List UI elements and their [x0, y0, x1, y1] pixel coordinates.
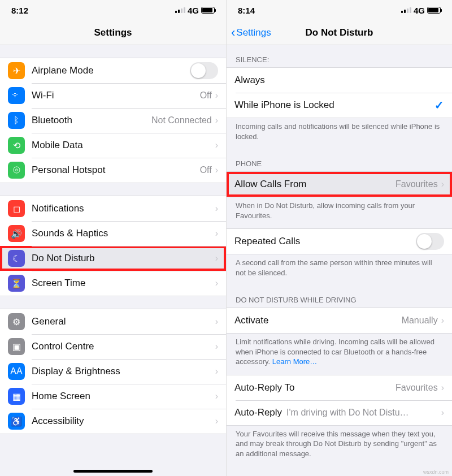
- signal-icon: [175, 7, 185, 13]
- chevron-right-icon: ›: [215, 391, 218, 401]
- row-label: Airplane Mode: [32, 65, 190, 76]
- row-label: Wi-Fi: [32, 90, 200, 101]
- driving-header: DO NOT DISTURB WHILE DRIVING: [227, 285, 452, 308]
- page-title: Settings: [94, 27, 132, 38]
- row-value: Favourites: [395, 383, 438, 393]
- controlcentre-icon: ▣: [8, 338, 25, 355]
- silence-option-while-iphone-is-locked[interactable]: While iPhone is Locked✓: [227, 93, 452, 118]
- chevron-right-icon: ›: [215, 416, 218, 426]
- settings-row-display-brightness[interactable]: AADisplay & Brightness›: [0, 359, 226, 384]
- back-button[interactable]: ‹ Settings: [231, 27, 271, 39]
- settings-row-airplane-mode[interactable]: ✈Airplane Mode: [0, 58, 226, 83]
- silence-header: SILENCE:: [227, 45, 452, 67]
- accessibility-icon: ♿: [8, 413, 25, 430]
- settings-row-mobile-data[interactable]: ⟲Mobile Data›: [0, 133, 226, 158]
- homescreen-icon: ▦: [8, 388, 25, 405]
- chevron-right-icon: ›: [215, 278, 218, 288]
- settings-group-notifications: ◻Notifications›🔊Sounds & Haptics›☾Do Not…: [0, 196, 226, 296]
- chevron-right-icon: ›: [215, 115, 218, 126]
- network-label: 4G: [414, 6, 425, 15]
- do-not-disturb-screen: 8:14 4G ‹ Settings Do Not Disturb SILENC…: [226, 0, 452, 476]
- status-bar: 8:14 4G: [227, 0, 452, 20]
- repeated-calls-footnote: A second call from the same person withi…: [227, 254, 452, 285]
- repeated-calls-row[interactable]: Repeated Calls: [227, 229, 452, 254]
- row-label: Personal Hotspot: [32, 165, 200, 176]
- row-value: Off: [200, 90, 212, 101]
- settings-row-screen-time[interactable]: ⏳Screen Time›: [0, 271, 226, 296]
- dnd-settings-list[interactable]: SILENCE: AlwaysWhile iPhone is Locked✓ I…: [227, 45, 452, 467]
- allow-calls-from-row[interactable]: Allow Calls From Favourites ›: [227, 172, 452, 197]
- settings-root-screen: 8:12 4G Settings ✈Airplane ModeᯤWi-FiOff…: [0, 0, 226, 476]
- home-indicator[interactable]: [73, 470, 153, 473]
- row-label: Repeated Calls: [234, 236, 416, 247]
- settings-row-general[interactable]: ⚙General›: [0, 309, 226, 334]
- auto-reply-footnote: Your Favourites will receive this messag…: [227, 426, 452, 467]
- settings-row-wi-fi[interactable]: ᯤWi-FiOff›: [0, 83, 226, 108]
- battery-icon: [201, 7, 215, 14]
- row-label: Notifications: [32, 203, 215, 214]
- row-label: Do Not Disturb: [32, 253, 215, 264]
- display-icon: AA: [8, 363, 25, 380]
- phone-header: PHONE: [227, 149, 452, 171]
- hotspot-icon: ⦾: [8, 162, 25, 179]
- navbar: Settings: [0, 20, 226, 45]
- settings-row-home-screen[interactable]: ▦Home Screen›: [0, 384, 226, 409]
- chevron-right-icon: ›: [441, 179, 444, 189]
- row-label: Bluetooth: [32, 115, 151, 126]
- watermark: wsxdn.com: [423, 469, 449, 475]
- auto-reply-to-row[interactable]: Auto-Reply To Favourites ›: [227, 375, 452, 400]
- row-label: While iPhone is Locked: [234, 99, 434, 111]
- row-label: Auto-Reply: [234, 407, 282, 418]
- battery-icon: [427, 7, 441, 14]
- activate-row[interactable]: Activate Manually ›: [227, 308, 452, 333]
- settings-row-control-centre[interactable]: ▣Control Centre›: [0, 334, 226, 359]
- chevron-left-icon: ‹: [231, 27, 235, 39]
- settings-row-personal-hotspot[interactable]: ⦾Personal HotspotOff›: [0, 158, 226, 183]
- sounds-icon: 🔊: [8, 225, 25, 242]
- network-label: 4G: [188, 6, 199, 15]
- silence-options: AlwaysWhile iPhone is Locked✓: [227, 67, 452, 118]
- row-label: Control Centre: [32, 341, 215, 352]
- row-label: Auto-Reply To: [234, 382, 395, 393]
- notifications-icon: ◻: [8, 200, 25, 217]
- row-label: Always: [234, 75, 444, 86]
- checkmark-icon: ✓: [434, 98, 444, 112]
- status-time: 8:14: [238, 6, 255, 15]
- repeated-calls-toggle[interactable]: [416, 233, 444, 250]
- driving-footnote: Limit notifications while driving. Incom…: [227, 334, 452, 375]
- settings-row-accessibility[interactable]: ♿Accessibility›: [0, 409, 226, 434]
- settings-row-bluetooth[interactable]: ᛒBluetoothNot Connected›: [0, 108, 226, 133]
- dnd-icon: ☾: [8, 250, 25, 267]
- row-label: Mobile Data: [32, 140, 215, 151]
- row-value: Manually: [402, 315, 438, 326]
- chevron-right-icon: ›: [215, 366, 218, 377]
- chevron-right-icon: ›: [215, 253, 218, 263]
- auto-reply-row[interactable]: Auto-Reply I'm driving with Do Not Distu…: [227, 400, 452, 425]
- learn-more-link[interactable]: Learn More…: [272, 357, 317, 366]
- mobile-data-icon: ⟲: [8, 137, 25, 154]
- settings-list[interactable]: ✈Airplane ModeᯤWi-FiOff›ᛒBluetoothNot Co…: [0, 45, 226, 434]
- row-label: Allow Calls From: [234, 179, 395, 190]
- general-icon: ⚙: [8, 313, 25, 330]
- chevron-right-icon: ›: [215, 165, 218, 175]
- settings-group-connectivity: ✈Airplane ModeᯤWi-FiOff›ᛒBluetoothNot Co…: [0, 58, 226, 183]
- page-title: Do Not Disturb: [306, 27, 373, 38]
- row-label: Screen Time: [32, 278, 215, 289]
- row-value: Favourites: [395, 179, 438, 189]
- status-bar: 8:12 4G: [0, 0, 226, 20]
- row-label: Sounds & Haptics: [32, 228, 215, 239]
- settings-row-do-not-disturb[interactable]: ☾Do Not Disturb›: [0, 246, 226, 271]
- settings-row-sounds-haptics[interactable]: 🔊Sounds & Haptics›: [0, 221, 226, 246]
- chevron-right-icon: ›: [441, 408, 444, 418]
- row-label: Display & Brightness: [32, 366, 215, 377]
- settings-group-general: ⚙General›▣Control Centre›AADisplay & Bri…: [0, 309, 226, 434]
- row-label: General: [32, 316, 215, 327]
- wifi-icon: ᯤ: [8, 87, 25, 104]
- allow-calls-footnote: When in Do Not Disturb, allow incoming c…: [227, 197, 452, 228]
- toggle[interactable]: [190, 62, 218, 79]
- chevron-right-icon: ›: [441, 383, 444, 393]
- settings-row-notifications[interactable]: ◻Notifications›: [0, 196, 226, 221]
- airplane-icon: ✈: [8, 62, 25, 79]
- silence-option-always[interactable]: Always: [227, 68, 452, 93]
- signal-icon: [401, 7, 411, 13]
